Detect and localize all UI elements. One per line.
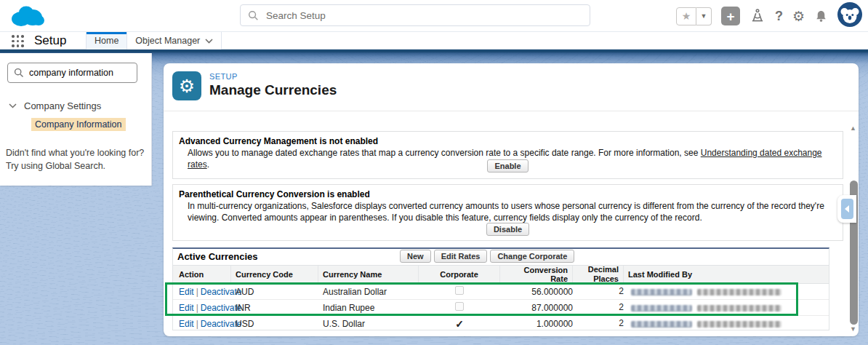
conversion-rate-cell: 87.000000 xyxy=(500,303,573,313)
redacted-user-link xyxy=(631,305,692,312)
edit-link[interactable]: Edit xyxy=(179,319,194,329)
currency-code-cell: USD xyxy=(231,319,318,329)
action-separator: | xyxy=(196,287,198,297)
edit-link[interactable]: Edit xyxy=(179,287,194,297)
cloud-icon xyxy=(7,2,47,30)
decimal-places-cell: 2 xyxy=(573,303,624,313)
column-header-last-modified-by: Last Modified By xyxy=(624,266,829,283)
edit-link[interactable]: Edit xyxy=(179,303,194,313)
action-separator: | xyxy=(196,303,198,313)
setup-sidebar: Company Settings Company Information Did… xyxy=(0,53,152,186)
bell-icon xyxy=(814,9,828,23)
tab-object-manager[interactable]: Object Manager xyxy=(127,32,222,49)
edit-rates-button[interactable]: Edit Rates xyxy=(434,250,488,263)
redacted-timestamp xyxy=(697,289,781,296)
notifications-button[interactable] xyxy=(814,9,828,23)
table-row-usd: Edit|Deactivate USD U.S. Dollar ✓ 1.0000… xyxy=(173,316,829,332)
global-search-input[interactable] xyxy=(266,10,582,21)
corporate-cell xyxy=(419,302,500,313)
avatar-koala-icon xyxy=(837,2,862,27)
sidebar-help-text: Didn't find what you're looking for? Try… xyxy=(6,146,147,172)
gear-icon: ⚙ xyxy=(179,76,195,97)
tab-object-manager-label: Object Manager xyxy=(135,36,200,46)
conversion-rate-cell: 1.000000 xyxy=(500,319,573,329)
new-button[interactable]: New xyxy=(400,250,431,263)
favorites-star-button[interactable]: ★ xyxy=(676,7,696,25)
action-separator: | xyxy=(196,319,198,329)
setup-nav-bar: Setup Home Object Manager xyxy=(0,32,868,49)
sidebar-search-input[interactable] xyxy=(29,68,131,78)
section-advanced-currency-management: Advanced Currency Management is not enab… xyxy=(172,131,843,179)
row-actions: Edit|Deactivate xyxy=(173,287,231,297)
row-actions: Edit|Deactivate xyxy=(173,319,231,329)
currency-code-cell: INR xyxy=(231,303,318,313)
last-modified-cell xyxy=(624,319,829,329)
app-launcher-button[interactable] xyxy=(12,35,24,47)
salesforce-setup-page: ★ ▼ + ? ⚙ xyxy=(0,0,868,345)
column-header-action: Action xyxy=(173,266,231,283)
column-header-conversion-rate: Conversion Rate xyxy=(500,266,573,283)
global-header: ★ ▼ + ? ⚙ xyxy=(0,0,868,32)
enable-button[interactable]: Enable xyxy=(487,159,528,172)
page-icon-tile: ⚙ xyxy=(172,71,201,100)
checkbox-unchecked-icon xyxy=(455,286,464,295)
global-search-box[interactable] xyxy=(240,4,590,26)
salesforce-logo xyxy=(7,2,47,33)
help-button[interactable]: ? xyxy=(775,9,783,24)
currencies-table-header: Action Currency Code Currency Name Corpo… xyxy=(173,265,829,284)
tree-node-company-settings[interactable]: Company Settings xyxy=(9,100,101,111)
sidebar-item-company-information[interactable]: Company Information xyxy=(31,118,126,131)
scroll-down-arrow[interactable]: ▼ xyxy=(848,325,858,333)
search-icon xyxy=(248,10,259,21)
currency-code-cell: AUD xyxy=(231,287,318,297)
main-content-panel: ⚙ SETUP Manage Currencies Advanced Curre… xyxy=(164,63,859,336)
plus-icon: + xyxy=(726,9,734,23)
tab-home-label: Home xyxy=(95,36,118,46)
question-mark-icon: ? xyxy=(775,9,783,24)
currency-name-cell: U.S. Dollar xyxy=(318,319,419,329)
redacted-user-link xyxy=(631,289,692,296)
side-panel-toggle-button[interactable] xyxy=(837,195,856,223)
currency-name-cell: Australian Dollar xyxy=(318,287,419,297)
disable-button[interactable]: Disable xyxy=(486,223,529,236)
scroll-up-arrow[interactable]: ▲ xyxy=(848,124,858,132)
search-icon xyxy=(14,68,24,78)
section-body: In multi-currency organizations, Salesfo… xyxy=(188,200,835,223)
setup-gear-button[interactable]: ⚙ xyxy=(792,8,805,25)
brand-divider xyxy=(0,49,868,52)
body-text: Allows you to manage dated exchange rate… xyxy=(188,148,701,158)
last-modified-cell xyxy=(624,287,829,297)
change-corporate-button[interactable]: Change Corporate xyxy=(490,250,574,263)
corporate-cell: ✓ xyxy=(419,318,500,330)
favorites-list-button[interactable]: ▼ xyxy=(696,7,712,25)
sidebar-search-box[interactable] xyxy=(7,63,137,83)
checkmark-icon: ✓ xyxy=(455,318,464,330)
redacted-timestamp xyxy=(697,305,781,312)
star-icon: ★ xyxy=(682,10,691,22)
active-currencies-title: Active Currencies xyxy=(177,251,258,262)
chevron-down-icon: ▼ xyxy=(700,12,707,20)
page-title: Manage Currencies xyxy=(209,82,337,98)
column-header-corporate: Corporate xyxy=(419,266,500,283)
user-avatar[interactable] xyxy=(837,2,862,30)
page-eyebrow: SETUP xyxy=(209,72,238,81)
quick-create-button[interactable]: + xyxy=(721,7,740,25)
column-header-currency-name: Currency Name xyxy=(318,266,419,283)
currency-name-cell: Indian Rupee xyxy=(318,303,419,313)
active-currencies-header: Active Currencies New Edit Rates Change … xyxy=(173,249,829,265)
section-active-currencies: Active Currencies New Edit Rates Change … xyxy=(172,247,829,330)
tab-home[interactable]: Home xyxy=(86,32,127,49)
gear-icon: ⚙ xyxy=(792,8,805,25)
section-title: Parenthetical Currency Conversion is ena… xyxy=(179,189,370,199)
tree-group-label: Company Settings xyxy=(24,100,101,111)
setup-tabs: Home Object Manager xyxy=(86,32,222,49)
favorites-split-button: ★ ▼ xyxy=(676,7,712,25)
decimal-places-cell: 2 xyxy=(573,319,624,329)
chevron-down-icon xyxy=(205,39,213,44)
guidance-beacon-icon xyxy=(750,8,765,24)
section-parenthetical-currency-conversion: Parenthetical Currency Conversion is ena… xyxy=(172,184,843,241)
table-row-inr: Edit|Deactivate INR Indian Rupee 87.0000… xyxy=(173,300,829,316)
chevron-left-icon xyxy=(845,205,849,213)
guidance-center-button[interactable] xyxy=(750,8,765,24)
last-modified-cell xyxy=(624,303,829,313)
